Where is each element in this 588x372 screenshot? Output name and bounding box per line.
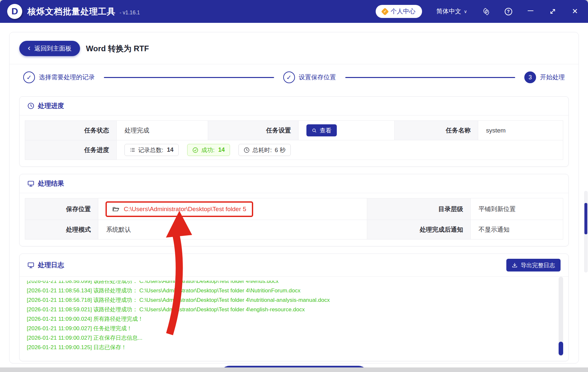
step-select-records: ✓ 选择需要处理的记录 [23, 71, 95, 83]
process-mode-label: 处理模式 [25, 220, 98, 240]
save-location-annotation-box: C:\Users\Administrator\Desktop\Test fold… [106, 201, 253, 217]
log-section-title: 处理日志 [38, 261, 64, 270]
success-value: 14 [218, 147, 225, 153]
user-center-button[interactable]: ✓ 个人中心 [376, 5, 422, 18]
progress-table: 任务状态 处理完成 任务设置 查看 [25, 120, 563, 160]
step3-number-badge: 3 [524, 71, 536, 83]
minimize-icon: ─ [528, 6, 533, 15]
check-circle-icon [192, 147, 198, 153]
task-progress-label: 任务进度 [25, 140, 117, 160]
app-title: 核烁文档批量处理工具 [27, 6, 116, 17]
task-name-label: 任务名称 [395, 121, 478, 140]
main-panel: ‹ 返回到主面板 Word 转换为 RTF ✓ 选择需要处理的记录 ✓ 设 [9, 32, 579, 364]
log-line: [2026-01-21 11:09:00.027] 正在保存日志信息... [27, 333, 561, 343]
elapsed-time-value: 6 秒 [275, 146, 286, 154]
task-status-value: 处理完成 [116, 121, 208, 140]
step-connector [345, 77, 515, 78]
table-row: 处理模式 系统默认 处理完成后通知 不显示通知 [25, 220, 563, 240]
title-bar: D 核烁文档批量处理工具 - v1.16.1 ✓ 个人中心 简体中文 ∨ [0, 0, 588, 23]
notify-after-value: 不显示通知 [470, 220, 563, 240]
step2-check-icon: ✓ [283, 71, 295, 83]
screen: D 核烁文档批量处理工具 - v1.16.1 ✓ 个人中心 简体中文 ∨ [0, 0, 588, 372]
elapsed-time-label: 总耗时: [253, 146, 272, 154]
task-status-label: 任务状态 [25, 121, 117, 140]
page-title: Word 转换为 RTF [86, 43, 149, 54]
list-icon [130, 147, 135, 153]
folder-icon [112, 206, 120, 212]
success-count-badge: 成功: 14 [187, 144, 230, 156]
download-icon [512, 262, 517, 268]
table-row: 任务状态 处理完成 任务设置 查看 [25, 121, 563, 140]
table-row: 保存位置 C:\Users\Administrator\Desktop\Test… [25, 198, 563, 220]
step-save-location: ✓ 设置保存位置 [283, 71, 336, 83]
step1-check-icon: ✓ [23, 71, 35, 83]
processing-log-section: 处理日志 导出完整日志 [2026-01-21 11:08:56.099] 该路 [19, 254, 569, 361]
log-line: [2026-01-21 11:08:56.134] 该路径处理成功： C:\Us… [27, 286, 561, 295]
task-name-value: system [478, 121, 563, 140]
monitor-icon [27, 262, 34, 269]
user-center-label: 个人中心 [391, 7, 416, 16]
app-version: - v1.16.1 [120, 10, 140, 16]
task-settings-label: 任务设置 [208, 121, 298, 140]
app-window: D 核烁文档批量处理工具 - v1.16.1 ✓ 个人中心 简体中文 ∨ [0, 0, 588, 367]
log-line: [2026-01-21 11:09:00.024] 所有路径处理完成！ [27, 314, 561, 324]
step-connector [104, 77, 274, 78]
step3-label: 开始处理 [540, 73, 565, 82]
process-mode-value: 系统默认 [98, 220, 367, 240]
expand-icon [549, 8, 556, 15]
settings-button[interactable] [482, 8, 490, 15]
log-scrollbar-thumb[interactable] [559, 342, 563, 355]
step-indicator: ✓ 选择需要处理的记录 ✓ 设置保存位置 3 开始处理 [19, 64, 569, 89]
app-logo: D [7, 4, 22, 19]
view-icon [312, 128, 317, 133]
step1-label: 选择需要处理的记录 [39, 73, 95, 82]
chevron-left-icon: ‹ [28, 44, 30, 52]
log-scrollbar-track[interactable] [559, 277, 563, 356]
back-button-label: 返回到主面板 [34, 44, 72, 53]
close-button[interactable]: ✕ [571, 8, 579, 15]
success-label: 成功: [201, 146, 215, 154]
elapsed-time-badge: 总耗时: 6 秒 [238, 144, 291, 156]
desktop-edge [0, 367, 588, 372]
records-total-badge: 记录总数: 14 [124, 144, 179, 156]
step2-label: 设置保存位置 [299, 73, 336, 82]
export-log-label: 导出完整日志 [521, 261, 555, 269]
processing-progress-section: 处理进度 任务状态 处理完成 任务设置 [19, 96, 569, 167]
back-to-dashboard-button[interactable]: ‹ 返回到主面板 [19, 41, 80, 56]
directory-level-label: 目录层级 [367, 198, 470, 220]
save-location-label: 保存位置 [25, 198, 98, 220]
maximize-button[interactable] [549, 8, 557, 15]
gear-icon [482, 8, 490, 15]
help-button[interactable]: ? [504, 8, 512, 15]
log-line: [2026-01-21 11:09:00.027] 任务处理完成！ [27, 324, 561, 333]
chevron-down-icon: ∨ [464, 9, 467, 14]
notify-after-label: 处理完成后通知 [367, 220, 470, 240]
result-table: 保存位置 C:\Users\Administrator\Desktop\Test… [25, 198, 563, 240]
records-total-label: 记录总数: [138, 146, 163, 154]
language-label: 简体中文 [436, 7, 461, 16]
log-line: [2026-01-21 11:08:59.021] 该路径处理成功： C:\Us… [27, 305, 561, 314]
view-settings-button[interactable]: 查看 [306, 124, 337, 136]
export-log-button[interactable]: 导出完整日志 [506, 259, 561, 271]
result-section-title: 处理结果 [38, 179, 64, 188]
table-row: 任务进度 记录总数: [25, 140, 563, 160]
minimize-button[interactable]: ─ [527, 8, 534, 15]
progress-section-title: 处理进度 [38, 101, 64, 110]
log-viewport[interactable]: [2026-01-21 11:08:56.099] 该路径处理成功： C:\Us… [27, 281, 561, 355]
log-line: [2026-01-21 11:08:56.718] 该路径处理成功： C:\Us… [27, 295, 561, 305]
records-total-value: 14 [167, 147, 173, 153]
help-icon: ? [505, 8, 512, 15]
save-location-path[interactable]: C:\Users\Administrator\Desktop\Test fold… [124, 206, 246, 213]
close-icon: ✕ [572, 7, 578, 16]
page-scrollbar-thumb[interactable] [584, 203, 587, 234]
monitor-icon [27, 180, 34, 187]
step-start-processing: 3 开始处理 [524, 71, 565, 83]
membership-diamond-icon: ✓ [381, 8, 389, 15]
processing-result-section: 处理结果 保存位置 [19, 174, 569, 246]
language-selector[interactable]: 简体中文 ∨ [436, 7, 467, 16]
clock-icon [244, 147, 250, 153]
log-line: [2026-01-21 11:09:00.125] 日志已保存！ [27, 343, 561, 352]
view-button-label: 查看 [320, 127, 332, 134]
log-line: [2026-01-21 11:08:56.099] 该路径处理成功： C:\Us… [27, 281, 561, 286]
clock-icon [27, 102, 34, 109]
